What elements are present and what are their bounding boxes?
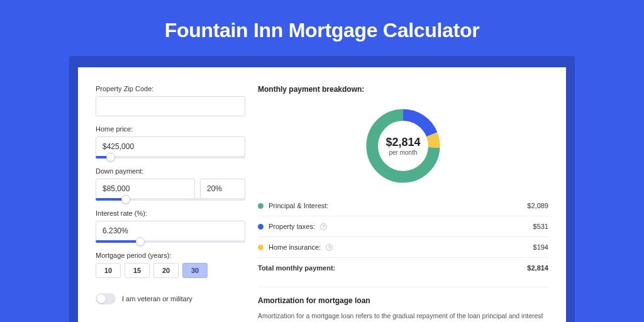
veteran-toggle[interactable] <box>96 293 116 304</box>
zip-label: Property Zip Code: <box>96 85 245 92</box>
legend-row-blue: Property taxes:?$531 <box>258 216 548 236</box>
legend-row-total: Total monthly payment:$2,814 <box>258 257 548 278</box>
period-option-15[interactable]: 15 <box>125 263 150 278</box>
legend-value: $194 <box>533 243 548 251</box>
page-title: Fountain Inn Mortgage Calculator <box>0 0 644 56</box>
legend-row-green: Principal & Interest:$2,089 <box>258 196 548 216</box>
period-option-20[interactable]: 20 <box>153 263 179 278</box>
interest-rate-slider[interactable] <box>96 240 245 243</box>
interest-rate-slider-thumb[interactable] <box>136 237 145 246</box>
interest-rate-input[interactable] <box>96 221 245 241</box>
down-payment-pct-input[interactable] <box>200 179 245 199</box>
mortgage-period-label: Mortgage period (years): <box>96 252 245 259</box>
payment-donut-chart: $2,814 per month <box>362 105 444 187</box>
legend-value: $2,089 <box>527 202 548 209</box>
amortization-text: Amortization for a mortgage loan refers … <box>258 311 548 322</box>
donut-sublabel: per month <box>389 149 417 156</box>
home-price-slider-thumb[interactable] <box>106 153 115 162</box>
card-shadow: Property Zip Code: Home price: Down paym… <box>69 56 575 322</box>
veteran-row: I am veteran or military <box>96 293 245 304</box>
veteran-label: I am veteran or military <box>122 295 192 303</box>
down-payment-field: Down payment: <box>96 167 245 201</box>
legend-value: $531 <box>533 223 548 230</box>
zip-input[interactable] <box>96 96 245 116</box>
donut-wrap: $2,814 per month <box>258 101 548 196</box>
home-price-input[interactable] <box>96 136 245 157</box>
home-price-field: Home price: <box>96 125 245 158</box>
home-price-slider[interactable] <box>96 156 245 158</box>
green-dot-icon <box>258 203 264 209</box>
breakdown-column: Monthly payment breakdown: $2,814 per mo… <box>258 85 548 322</box>
total-label: Total monthly payment: <box>258 264 335 272</box>
donut-amount: $2,814 <box>386 136 420 149</box>
down-payment-label: Down payment: <box>96 167 245 175</box>
zip-field: Property Zip Code: <box>96 85 245 116</box>
period-option-30[interactable]: 30 <box>182 263 208 278</box>
form-column: Property Zip Code: Home price: Down paym… <box>96 85 245 322</box>
mortgage-period-field: Mortgage period (years): 10152030 <box>96 252 245 278</box>
legend-row-yellow: Home insurance:?$194 <box>258 236 548 257</box>
breakdown-title: Monthly payment breakdown: <box>258 85 548 94</box>
total-value: $2,814 <box>527 264 548 272</box>
down-payment-slider[interactable] <box>96 198 245 201</box>
info-icon[interactable]: ? <box>326 244 333 251</box>
interest-rate-field: Interest rate (%): <box>96 209 245 243</box>
info-icon[interactable]: ? <box>320 223 327 230</box>
period-option-10[interactable]: 10 <box>96 263 121 278</box>
down-payment-input[interactable] <box>96 179 195 199</box>
amortization-title: Amortization for mortgage loan <box>258 296 548 305</box>
down-payment-slider-thumb[interactable] <box>121 195 130 204</box>
interest-rate-label: Interest rate (%): <box>96 209 245 217</box>
legend-label: Home insurance: <box>269 243 321 251</box>
home-price-label: Home price: <box>96 125 245 133</box>
legend-label: Property taxes: <box>269 223 315 230</box>
amortization-section: Amortization for mortgage loan Amortizat… <box>258 287 548 322</box>
yellow-dot-icon <box>258 245 264 250</box>
blue-dot-icon <box>258 224 264 230</box>
calculator-card: Property Zip Code: Home price: Down paym… <box>78 67 566 322</box>
legend-label: Principal & Interest: <box>269 202 328 209</box>
